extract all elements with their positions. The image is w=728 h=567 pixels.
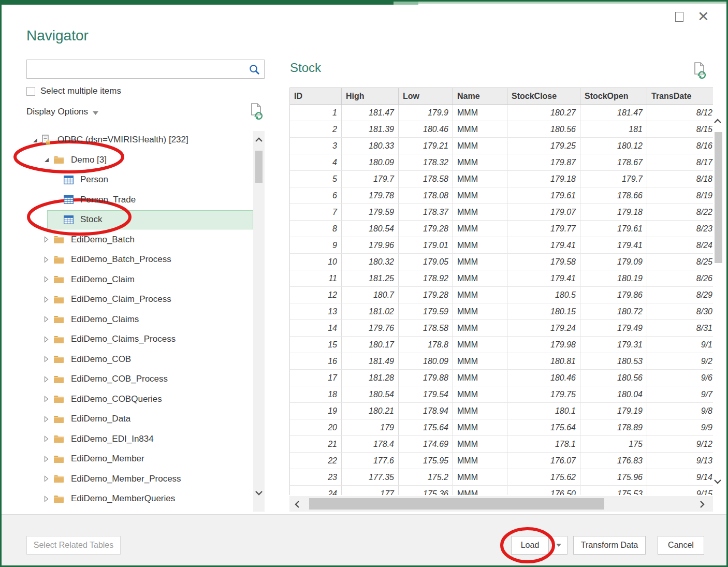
cell: 16 [290,353,342,369]
expand-caret-icon[interactable] [43,475,49,482]
tree-item-odbc-dsn-vmirishealth-232-[interactable]: ODBC (dsn=VMIRISHealth) [232] [26,130,253,150]
table-scroll-up-icon[interactable] [714,117,722,126]
tree-item-edidemo-edi-in834[interactable]: EdiDemo_EDI_In834 [26,429,253,449]
cell: 180.19 [580,270,647,286]
tree-item-partial[interactable] [26,509,253,512]
table-scroll-right-icon[interactable] [700,500,705,511]
tree-item-label: EdiDemo_EDI_In834 [71,434,154,444]
column-header-low[interactable]: Low [399,88,453,104]
expand-caret-icon[interactable] [43,416,49,423]
cell: 8/18 [647,171,713,187]
load-options-caret-button[interactable] [550,536,567,555]
tree-item-label: EdiDemo_Data [71,414,130,424]
refresh-preview-icon[interactable] [249,103,264,122]
tree-item-edidemo-memberqueries[interactable]: EdiDemo_MemberQueries [26,489,253,509]
cell: 178.37 [399,204,453,220]
cell: 180.56 [507,121,580,137]
table-header-row: IDHighLowNameStockCloseStockOpenTransDat… [290,88,713,105]
expand-caret-icon[interactable] [43,256,49,263]
tree-scroll-up-icon[interactable] [255,135,263,144]
collapse-caret-icon[interactable] [43,157,49,163]
table-row: 11181.25178.92MMM179.41180.198/26 [290,270,713,287]
folder-icon [53,275,64,284]
expand-caret-icon[interactable] [43,496,49,502]
tree-item-edidemo-cob[interactable]: EdiDemo_COB [26,350,253,370]
cell: 179.61 [580,221,647,237]
tree-item-edidemo-claims[interactable]: EdiDemo_Claims [26,310,253,330]
folder-icon [53,395,64,403]
close-icon[interactable]: ✕ [697,9,709,24]
expand-caret-icon[interactable] [43,396,49,402]
folder-icon [53,235,64,244]
tree-item-edidemo-claim[interactable]: EdiDemo_Claim [26,270,253,290]
cell: 178.32 [399,154,453,170]
cell: 179.09 [580,254,647,270]
column-header-high[interactable]: High [342,88,399,104]
display-options-dropdown[interactable]: Display Options [26,106,98,117]
select-related-tables-button[interactable]: Select Related Tables [26,536,121,555]
load-button[interactable]: Load [511,536,549,555]
tree-item-edidemo-claim-process[interactable]: EdiDemo_Claim_Process [26,289,253,310]
cell: 181.28 [342,370,399,386]
column-header-transdate[interactable]: TransDate [647,88,713,104]
select-multiple-checkbox[interactable] [26,87,35,96]
tree-scroll-down-icon[interactable] [255,488,263,498]
tree-item-edidemo-cob-process[interactable]: EdiDemo_COB_Process [26,369,253,389]
tree-item-edidemo-batch[interactable]: EdiDemo_Batch [26,230,253,250]
collapse-caret-icon[interactable] [32,137,38,143]
tree-item-person[interactable]: Person [26,170,253,190]
cell: 179.21 [399,138,453,154]
expand-caret-icon[interactable] [43,435,49,442]
table-scroll-down-icon[interactable] [714,477,722,486]
cell: 179.75 [507,386,580,402]
column-header-name[interactable]: Name [453,88,507,104]
restore-window-icon[interactable] [675,12,683,22]
table-row: 7179.59178.37MMM179.07179.188/22 [290,204,713,221]
refresh-preview-icon[interactable] [692,62,707,81]
folder-icon [53,455,64,463]
tree-item-edidemo-batch-process[interactable]: EdiDemo_Batch_Process [26,250,253,270]
column-header-stockopen[interactable]: StockOpen [580,88,647,104]
expand-caret-icon[interactable] [43,376,49,383]
column-header-stockclose[interactable]: StockClose [507,88,580,104]
cell: 175.96 [580,469,647,485]
cell: 9/1 [647,337,713,353]
table-scroll-left-icon[interactable] [295,500,300,511]
search-icon[interactable] [249,64,260,78]
expand-caret-icon[interactable] [43,276,49,283]
table-row: 13181.02179.59MMM180.15180.728/30 [290,303,713,320]
cell: 6 [290,187,342,203]
expand-caret-icon[interactable] [43,456,49,462]
tree-item-edidemo-data[interactable]: EdiDemo_Data [26,409,253,429]
tree-item-demo-3-[interactable]: Demo [3] [26,150,253,170]
expand-caret-icon[interactable] [43,236,49,243]
expand-caret-icon[interactable] [43,316,49,323]
cell: 18 [290,386,342,402]
cell: MMM [453,204,507,220]
expand-caret-icon[interactable] [43,336,49,343]
cell: 17 [290,370,342,386]
cancel-button[interactable]: Cancel [658,536,704,555]
table-row: 19180.21178.94MMM180.1179.199/8 [290,403,713,419]
column-header-id[interactable]: ID [290,88,342,104]
tree-scrollbar-thumb[interactable] [255,151,263,183]
tree-item-person-trade[interactable]: Person_Trade [26,190,253,210]
search-input[interactable] [26,60,265,79]
cell: 5 [290,171,342,187]
cell: 180.15 [507,303,580,319]
transform-data-button[interactable]: Transform Data [573,536,646,555]
tree-item-edidemo-member-process[interactable]: EdiDemo_Member_Process [26,469,253,489]
table-scrollbar-thumb[interactable] [715,132,722,263]
tree-scrollbar-track[interactable] [253,131,265,512]
tree-item-label: EdiDemo_Batch [71,235,135,245]
cell: 181 [580,121,647,137]
expand-caret-icon[interactable] [43,296,49,303]
cell: 180.32 [342,254,399,270]
tree-item-stock[interactable]: Stock [26,210,253,230]
table-horizontal-scrollbar-thumb[interactable] [309,498,604,510]
tree-item-edidemo-claims-process[interactable]: EdiDemo_Claims_Process [26,329,253,350]
tree-item-edidemo-cobqueries[interactable]: EdiDemo_COBQueries [26,389,253,410]
cell: 175.95 [399,453,453,469]
expand-caret-icon[interactable] [43,356,49,362]
tree-item-edidemo-member[interactable]: EdiDemo_Member [26,449,253,469]
